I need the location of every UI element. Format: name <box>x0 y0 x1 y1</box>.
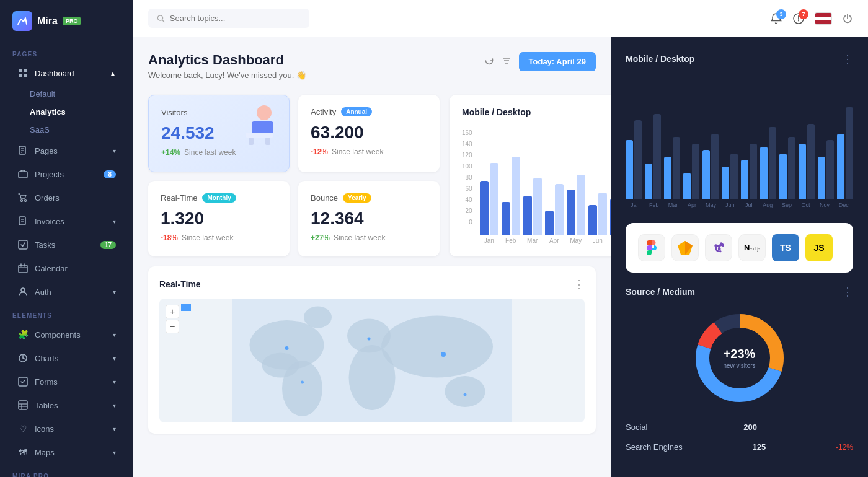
visitors-since: Since last week <box>184 148 236 157</box>
svg-point-50 <box>441 352 446 357</box>
sidebar-item-projects[interactable]: Projects 8 <box>5 163 128 185</box>
alerts-button[interactable]: 7 <box>792 12 805 25</box>
sidebar-icons-label: Icons <box>35 424 54 434</box>
tech-logos-card: N ext.js TS JS <box>626 223 853 273</box>
dark-chart-more[interactable]: ⋮ <box>842 52 853 66</box>
sidebar-pages-label: Pages <box>35 146 58 155</box>
maps-icon: 🗺 <box>17 447 29 458</box>
refresh-button[interactable] <box>484 56 494 68</box>
dark-bar-secondary-2 <box>673 137 680 199</box>
tables-icon <box>17 400 29 411</box>
chart-title: Mobile / Desktop <box>462 107 531 117</box>
bar-light-2 <box>533 178 542 235</box>
donut-label: new visitors <box>723 362 755 369</box>
sidebar-maps-label: Maps <box>35 448 55 457</box>
logo-text: Mira <box>37 15 58 27</box>
today-button[interactable]: Today: April 29 <box>519 52 596 71</box>
visitors-change-value: +14% <box>161 148 180 157</box>
bar-light-3 <box>555 184 564 235</box>
bounce-card: Bounce Yearly 12.364 +27% Since last wee… <box>298 181 440 257</box>
sidebar-item-analytics[interactable]: Analytics <box>30 103 133 121</box>
source-medium-more[interactable]: ⋮ <box>842 285 853 299</box>
dashboard-icon <box>17 68 29 79</box>
realtime-map-section: Real-Time ⋮ <box>148 266 596 434</box>
map-zoom-in[interactable]: + <box>166 305 179 318</box>
sidebar-item-default[interactable]: Default <box>30 85 133 103</box>
forms-icon <box>17 376 29 387</box>
sidebar-item-orders[interactable]: Orders <box>5 186 128 209</box>
dark-bar-secondary-1 <box>653 114 661 199</box>
tables-arrow-icon: ▾ <box>113 402 116 409</box>
sidebar-item-pages[interactable]: Pages ▾ <box>5 139 128 162</box>
sidebar-item-tables[interactable]: Tables ▾ <box>5 394 128 416</box>
donut-chart-area: +23% new visitors <box>626 309 853 408</box>
bar-light-0 <box>490 163 498 235</box>
bar-group-4: May <box>567 139 585 244</box>
search-engines-change: -12% <box>836 443 853 452</box>
realtime-map-more-icon[interactable]: ⋮ <box>574 278 585 291</box>
svg-rect-2 <box>19 74 22 77</box>
sidebar-components-label: Components <box>35 330 81 339</box>
sidebar-item-invoices[interactable]: Invoices ▾ <box>5 210 128 232</box>
sidebar-item-components[interactable]: 🧩 Components ▾ <box>5 323 128 346</box>
elements-section-label: ELEMENTS <box>0 304 133 323</box>
svg-rect-36 <box>246 133 273 138</box>
stats-and-chart-row: Visitors 24.532 +14% Since last week <box>148 95 596 256</box>
search-input[interactable] <box>170 14 301 23</box>
sidebar-item-forms[interactable]: Forms ▾ <box>5 370 128 393</box>
dark-chart-section: Mobile / Desktop ⋮ <box>626 52 853 208</box>
realtime-label: Real-Time Monthly <box>161 193 277 203</box>
activity-badge: Annual <box>341 107 372 116</box>
sidebar-item-maps[interactable]: 🗺 Maps ▾ <box>5 441 128 463</box>
realtime-since: Since last week <box>182 234 233 242</box>
sidebar-item-tasks[interactable]: Tasks 17 <box>5 234 128 256</box>
dark-bar-primary-2 <box>664 157 671 199</box>
notifications-button[interactable]: 3 <box>770 12 782 25</box>
map-zoom-out[interactable]: − <box>166 320 179 333</box>
bar-group-1: Feb <box>502 139 520 244</box>
sidebar-item-dashboard[interactable]: Dashboard ▲ <box>5 62 128 84</box>
bounce-badge: Yearly <box>343 193 371 203</box>
main-area: 3 7 Analytics Dashboard Welcome back, Lu… <box>133 0 868 477</box>
dark-label-10: Nov <box>815 202 835 208</box>
filter-button[interactable] <box>502 56 512 68</box>
typescript-logo: TS <box>772 234 799 261</box>
bar-chart: Jan Feb Mar Apr May Jun <box>480 129 611 244</box>
bar-light-4 <box>577 175 585 235</box>
sidebar-projects-label: Projects <box>35 170 64 179</box>
svg-point-30 <box>798 20 799 21</box>
dark-chart-header: Mobile / Desktop ⋮ <box>626 52 853 66</box>
sidebar-item-auth[interactable]: Auth ▾ <box>5 281 128 303</box>
bar-dark-3 <box>545 211 554 235</box>
search-bar[interactable] <box>148 9 309 28</box>
realtime-map-header: Real-Time ⋮ <box>159 278 585 291</box>
power-button[interactable] <box>842 13 853 24</box>
world-map-container: + − <box>159 299 585 422</box>
dark-bar-group-10 <box>817 94 834 199</box>
realtime-change-value: -18% <box>161 234 178 242</box>
sidebar-item-calendar[interactable]: Calendar <box>5 257 128 279</box>
search-engines-value: 125 <box>753 442 766 452</box>
dark-bar-secondary-4 <box>711 134 719 199</box>
components-arrow-icon: ▾ <box>113 331 116 338</box>
svg-rect-21 <box>19 377 27 386</box>
source-medium-section: Source / Medium ⋮ <box>626 285 853 457</box>
dark-label-9: Oct <box>796 202 815 208</box>
dark-label-0: Jan <box>626 202 645 208</box>
donut-wrap: +23% new visitors <box>690 309 789 408</box>
language-flag[interactable] <box>815 12 832 25</box>
dark-bar-group-3 <box>683 94 700 199</box>
sidebar-item-icons[interactable]: ♡ Icons ▾ <box>5 418 128 440</box>
mirapro-section-label: MIRA PRO <box>0 464 133 477</box>
dark-label-8: Sep <box>777 202 797 208</box>
sidebar-item-saas[interactable]: SaaS <box>30 121 133 139</box>
logo-area: Mira PRO <box>0 0 133 42</box>
sidebar-invoices-label: Invoices <box>35 217 64 226</box>
sidebar-tasks-label: Tasks <box>35 240 55 250</box>
dark-bar-secondary-5 <box>730 154 738 199</box>
bar-label-3: Apr <box>549 237 559 244</box>
bar-dark-0 <box>480 181 489 235</box>
sidebar-item-charts[interactable]: Charts ▾ <box>5 347 128 369</box>
dark-bar-secondary-8 <box>788 137 795 199</box>
svg-point-49 <box>368 338 371 341</box>
